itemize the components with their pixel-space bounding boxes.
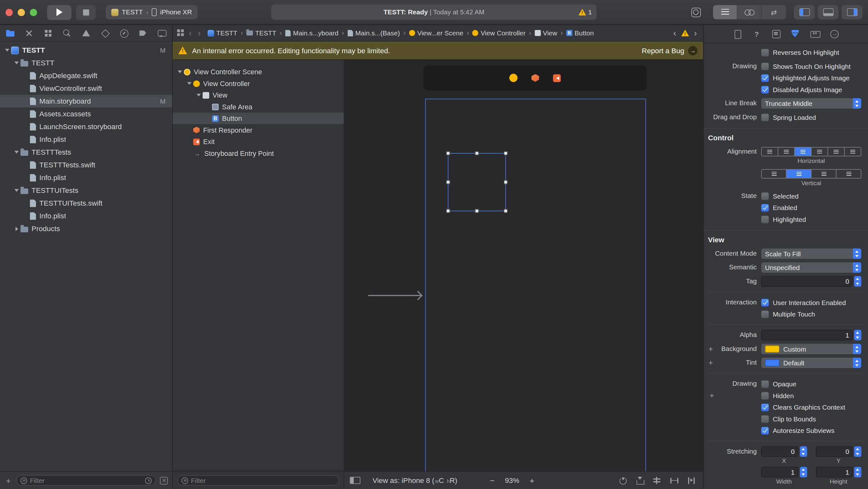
debug-area-toggle-button[interactable] xyxy=(818,5,839,20)
tests-navigator-icon[interactable] xyxy=(97,26,113,40)
number-field[interactable]: 1 xyxy=(761,330,852,341)
tree-row-info-plist[interactable]: Info.plist xyxy=(0,171,172,184)
tree-row-testt[interactable]: TESTT xyxy=(0,56,172,69)
checkbox[interactable] xyxy=(761,427,769,434)
related-items-icon[interactable] xyxy=(177,29,184,37)
alignment-segment[interactable] xyxy=(836,170,861,178)
checkbox[interactable] xyxy=(761,310,769,318)
stepper-control[interactable] xyxy=(800,467,807,477)
find-navigator-icon[interactable] xyxy=(59,26,75,40)
breadcrumb-item-view[interactable]: View xyxy=(535,29,557,37)
checkbox[interactable] xyxy=(761,114,769,121)
report-bug-button[interactable]: Report a Bug → xyxy=(642,46,698,55)
first-responder-icon[interactable] xyxy=(531,74,539,82)
tree-row-main-storyboard[interactable]: Main.storyboardM xyxy=(0,95,172,108)
reports-navigator-icon[interactable] xyxy=(153,26,170,40)
zoom-level[interactable]: 93% xyxy=(505,476,519,485)
alignment-segment[interactable] xyxy=(762,170,786,178)
exit-icon[interactable] xyxy=(553,74,561,82)
alignment-segment[interactable] xyxy=(795,148,811,156)
resize-handle-bottom-left[interactable] xyxy=(446,209,450,213)
tree-row-safe-area[interactable]: Safe Area xyxy=(173,101,344,113)
disclosure-triangle[interactable] xyxy=(13,150,20,155)
alignment-segment[interactable] xyxy=(811,148,828,156)
storyboard-canvas[interactable] xyxy=(344,60,703,471)
view-as-control[interactable]: View as: iPhone 8 (wChR) xyxy=(373,476,457,485)
align-icon[interactable] xyxy=(652,476,662,485)
disclosure-triangle[interactable] xyxy=(13,61,20,66)
add-constraints-icon[interactable] xyxy=(669,476,679,485)
disclosure-triangle[interactable] xyxy=(13,226,20,231)
checkbox[interactable] xyxy=(761,204,769,211)
resize-handle-middle-right[interactable] xyxy=(504,180,507,183)
source-control-navigator-icon[interactable] xyxy=(21,26,38,40)
popup-button[interactable]: Truncate Middle xyxy=(761,98,861,109)
symbols-navigator-icon[interactable] xyxy=(40,26,57,40)
tree-row-first-responder[interactable]: First Responder xyxy=(173,124,344,136)
checkbox[interactable] xyxy=(761,192,769,200)
run-button[interactable] xyxy=(47,5,71,20)
alignment-segment[interactable] xyxy=(844,148,861,156)
disclosure-triangle[interactable] xyxy=(176,69,184,74)
debug-navigator-icon[interactable] xyxy=(116,26,132,40)
checkbox[interactable] xyxy=(761,49,769,56)
view-controller-view[interactable] xyxy=(425,99,646,471)
tree-row-products[interactable]: Products xyxy=(0,222,172,235)
tree-row-info-plist[interactable]: Info.plist xyxy=(0,133,172,146)
checkbox[interactable] xyxy=(761,415,769,423)
next-issue-button[interactable]: › xyxy=(692,29,699,38)
alignment-segment[interactable] xyxy=(762,148,778,156)
view-controller-icon[interactable] xyxy=(509,74,518,82)
recent-files-icon[interactable] xyxy=(145,477,152,484)
resolve-autolayout-icon[interactable] xyxy=(686,476,696,485)
warning-icon[interactable]: ! xyxy=(681,30,689,36)
disclosure-triangle[interactable] xyxy=(13,188,20,193)
tree-row-testtuitests-swift[interactable]: TESTTUITests.swift xyxy=(0,197,172,209)
navigator-filter-field[interactable]: Filter xyxy=(16,475,156,486)
resize-handle-top-left[interactable] xyxy=(446,151,450,155)
add-button[interactable]: + xyxy=(708,392,716,399)
checkbox[interactable] xyxy=(761,62,769,70)
breadcrumb-item-view-er-scene[interactable]: View...er Scene xyxy=(409,29,463,37)
tree-row-viewcontroller-swift[interactable]: ViewController.swift xyxy=(0,82,172,95)
tree-row-view-controller[interactable]: View Controller xyxy=(173,78,344,89)
disclosure-triangle[interactable] xyxy=(185,81,193,86)
resize-handle-top-right[interactable] xyxy=(504,151,507,155)
resize-handle-bottom-right[interactable] xyxy=(504,209,507,213)
popup-button[interactable]: Default xyxy=(761,358,861,368)
tree-row-appdelegate-swift[interactable]: AppDelegate.swift xyxy=(0,69,172,82)
resize-handle-top-middle[interactable] xyxy=(475,151,478,155)
back-button[interactable]: ‹ xyxy=(187,29,194,38)
minimize-window-button[interactable] xyxy=(18,9,25,16)
navigator-toggle-button[interactable] xyxy=(794,5,815,20)
number-field[interactable]: 0 xyxy=(816,446,853,457)
scheme-selector[interactable]: TESTT › iPhone XR xyxy=(106,5,197,20)
breadcrumb-item-main-s-base[interactable]: Main.s...(Base) xyxy=(347,29,400,37)
forward-button[interactable]: › xyxy=(196,29,203,38)
breadcrumb-item-button[interactable]: BButton xyxy=(566,29,593,37)
status-warning-badge[interactable]: ! 1 xyxy=(579,9,592,16)
color-well[interactable] xyxy=(765,346,779,353)
zoom-in-button[interactable]: + xyxy=(526,476,538,485)
previous-issue-button[interactable]: ‹ xyxy=(672,29,678,38)
number-field[interactable]: 0 xyxy=(761,446,798,457)
alignment-segment[interactable] xyxy=(786,170,811,178)
stepper-control[interactable] xyxy=(800,446,807,457)
popup-button[interactable]: Scale To Fill xyxy=(761,248,861,259)
popup-button[interactable]: Unspecified xyxy=(761,262,861,273)
color-well[interactable] xyxy=(765,359,779,367)
stepper-control[interactable] xyxy=(854,330,862,341)
breadcrumb-item-view-controller[interactable]: View Controller xyxy=(472,29,525,37)
zoom-out-button[interactable]: − xyxy=(486,476,498,485)
popup-button[interactable]: Custom xyxy=(761,344,861,354)
disclosure-triangle[interactable] xyxy=(3,48,11,53)
connections-inspector-icon[interactable] xyxy=(827,26,841,41)
add-button[interactable]: + xyxy=(707,358,715,366)
checkbox[interactable] xyxy=(761,299,769,306)
tree-row-testt[interactable]: TESTTM xyxy=(0,44,172,56)
version-editor-button[interactable]: ⇄ xyxy=(762,5,786,20)
tree-row-launchscreen-storyboard[interactable]: LaunchScreen.storyboard xyxy=(0,120,172,133)
outline-filter-field[interactable]: Filter xyxy=(177,475,339,486)
checkbox[interactable] xyxy=(761,215,769,223)
file-inspector-icon[interactable] xyxy=(730,26,744,41)
